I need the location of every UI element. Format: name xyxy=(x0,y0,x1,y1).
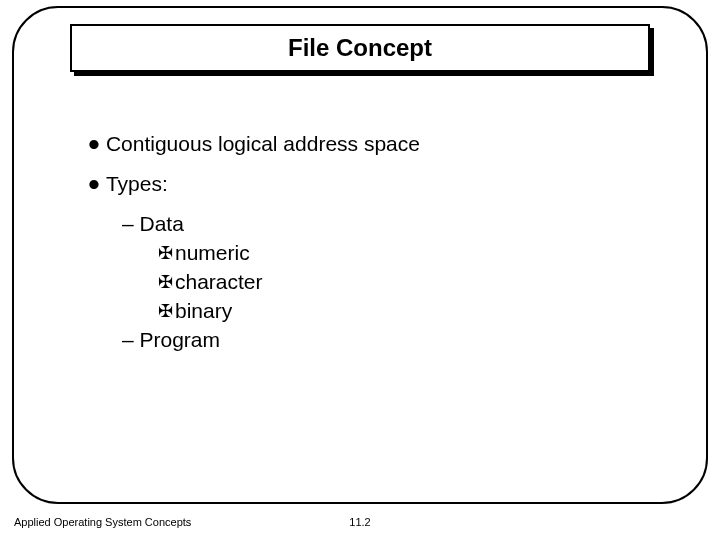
bullet-dot-icon: • xyxy=(88,136,100,152)
bullet-text: Types: xyxy=(106,172,168,196)
bullet-level1: • Contiguous logical address space xyxy=(88,132,648,156)
bullet-level2: – Program xyxy=(122,328,648,352)
bullet-text: character xyxy=(175,270,263,294)
footer-page-number: 11.2 xyxy=(0,516,720,528)
bullet-dot-icon: • xyxy=(88,176,100,192)
bullet-level2: – Data xyxy=(122,212,648,236)
title-box: File Concept xyxy=(70,24,650,72)
slide-title: File Concept xyxy=(288,34,432,62)
content-area: • Contiguous logical address space • Typ… xyxy=(88,132,648,357)
maltese-icon: ✠ xyxy=(158,244,173,262)
bullet-text: numeric xyxy=(175,241,250,265)
bullet-level3: ✠ character xyxy=(158,270,648,294)
maltese-icon: ✠ xyxy=(158,273,173,291)
bullet-text: binary xyxy=(175,299,232,323)
title-container: File Concept xyxy=(70,24,650,72)
bullet-level3: ✠ numeric xyxy=(158,241,648,265)
slide: File Concept • Contiguous logical addres… xyxy=(0,0,720,540)
maltese-icon: ✠ xyxy=(158,302,173,320)
bullet-level1: • Types: xyxy=(88,172,648,196)
bullet-level3: ✠ binary xyxy=(158,299,648,323)
bullet-text: Contiguous logical address space xyxy=(106,132,420,156)
